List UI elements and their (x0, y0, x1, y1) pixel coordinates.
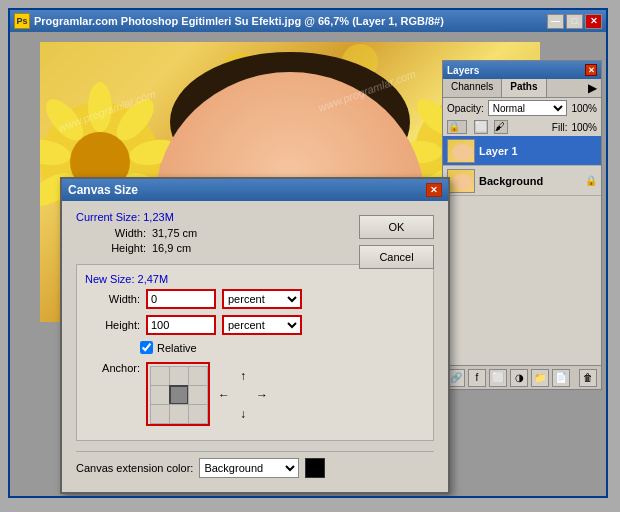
anchor-cell-bc[interactable] (169, 404, 189, 424)
new-height-label: Height: (85, 319, 140, 331)
lock-icon: 🔒 (447, 120, 467, 134)
ps-title: Programlar.com Photoshop Egitimleri Su E… (34, 15, 547, 27)
anchor-arrows: ↑ ← → ↓ (214, 366, 270, 422)
ps-window-controls: — □ ✕ (547, 14, 602, 29)
layers-bottom-toolbar: 🔗 f ⬜ ◑ 📁 📄 🗑 (443, 365, 601, 389)
layers-panel: Layers ✕ Channels Paths ▶ Opacity: Norma… (442, 60, 602, 390)
layer-name-background: Background (479, 175, 543, 187)
anchor-section: Anchor: (85, 362, 425, 426)
layers-panel-titlebar: Layers ✕ (443, 61, 601, 79)
new-size-label: New Size: 2,47M (85, 273, 425, 285)
arrow-tl (214, 366, 234, 386)
layers-tabs: Channels Paths ▶ (443, 79, 601, 98)
fill-label: Fill: (552, 122, 568, 133)
background-lock-icon: 🔒 (585, 175, 597, 186)
anchor-cell-tr[interactable] (188, 366, 208, 386)
new-height-unit-select[interactable]: percent pixels cm mm inches (222, 315, 302, 335)
dialog-action-buttons: OK Cancel (359, 215, 434, 269)
current-height-label: Height: (96, 242, 146, 254)
arrow-bc: ↓ (233, 404, 253, 424)
svg-point-48 (452, 174, 472, 190)
canvas-dialog-body: OK Cancel Current Size: 1,23M Width: 31,… (62, 201, 448, 492)
ok-button[interactable]: OK (359, 215, 434, 239)
canvas-dialog-title: Canvas Size (68, 183, 138, 197)
anchor-cell-br[interactable] (188, 404, 208, 424)
relative-checkbox[interactable] (140, 341, 153, 354)
new-layer-btn[interactable]: 📄 (552, 369, 570, 387)
new-group-btn[interactable]: 📁 (531, 369, 549, 387)
current-width-label: Width: (96, 227, 146, 239)
layers-panel-title: Layers (447, 65, 479, 76)
layer-blend-select[interactable]: Normal (488, 100, 568, 116)
current-width-value: 31,75 cm (152, 227, 197, 239)
layer-mask-btn[interactable]: ⬜ (489, 369, 507, 387)
new-width-label: Width: (85, 293, 140, 305)
opacity-label: Opacity: (447, 103, 484, 114)
layers-options-btn[interactable]: ▶ (584, 79, 601, 97)
tab-paths[interactable]: Paths (502, 79, 546, 97)
anchor-cell-mr[interactable] (188, 385, 208, 405)
arrow-tc: ↑ (233, 366, 253, 386)
fill-value: 100% (571, 122, 597, 133)
ps-titlebar: Ps Programlar.com Photoshop Egitimleri S… (10, 10, 606, 32)
anchor-cell-bl[interactable] (150, 404, 170, 424)
maximize-button[interactable]: □ (566, 14, 583, 29)
arrow-mr: → (252, 385, 272, 405)
ps-app-icon: Ps (14, 13, 30, 29)
anchor-cell-tc[interactable] (169, 366, 189, 386)
arrow-br (252, 404, 272, 424)
canvas-area: www.programlar.com www.programlar.com ww… (10, 32, 606, 496)
transparency-icon: ⬜ (474, 120, 488, 134)
canvas-ext-color-swatch[interactable] (305, 458, 325, 478)
minimize-button[interactable]: — (547, 14, 564, 29)
new-height-input[interactable] (146, 315, 216, 335)
opacity-value: 100% (571, 103, 597, 114)
canvas-size-dialog: Canvas Size ✕ OK Cancel Current Size: 1,… (60, 177, 450, 494)
close-button[interactable]: ✕ (585, 14, 602, 29)
svg-point-47 (452, 144, 472, 160)
anchor-label: Anchor: (85, 362, 140, 374)
layer-thumb-background (447, 169, 475, 193)
layers-panel-close-button[interactable]: ✕ (585, 64, 597, 76)
new-size-section: New Size: 2,47M Width: percent pixels cm… (76, 264, 434, 441)
anchor-cell-center[interactable] (169, 385, 189, 405)
anchor-cell-ml[interactable] (150, 385, 170, 405)
adjustment-layer-btn[interactable]: ◑ (510, 369, 528, 387)
new-height-row: Height: percent pixels cm mm inches (85, 315, 425, 335)
tab-channels[interactable]: Channels (443, 79, 502, 97)
anchor-cell-tl[interactable] (150, 366, 170, 386)
canvas-ext-select[interactable]: Background Foreground White Black Gray O… (199, 458, 299, 478)
delete-layer-btn[interactable]: 🗑 (579, 369, 597, 387)
layers-opacity-row: Opacity: Normal 100% (443, 98, 601, 118)
new-width-row: Width: percent pixels cm mm inches (85, 289, 425, 309)
current-height-value: 16,9 cm (152, 242, 191, 254)
canvas-extension-row: Canvas extension color: Background Foreg… (76, 451, 434, 482)
layer-name-layer1: Layer 1 (479, 145, 518, 157)
canvas-dialog-titlebar: Canvas Size ✕ (62, 179, 448, 201)
layer-item-background[interactable]: Background 🔒 (443, 166, 601, 196)
layer-item-layer1[interactable]: Layer 1 (443, 136, 601, 166)
layer-thumb-layer1 (447, 139, 475, 163)
paint-icon: 🖌 (494, 120, 508, 134)
arrow-tr (252, 366, 272, 386)
canvas-ext-label: Canvas extension color: (76, 462, 193, 474)
photoshop-window: Ps Programlar.com Photoshop Egitimleri S… (8, 8, 608, 498)
layer-style-btn[interactable]: f (468, 369, 486, 387)
relative-row: Relative (140, 341, 425, 354)
arrow-bl (214, 404, 234, 424)
anchor-grid (146, 362, 210, 426)
arrow-center (233, 385, 253, 405)
new-width-unit-select[interactable]: percent pixels cm mm inches (222, 289, 302, 309)
cancel-button[interactable]: Cancel (359, 245, 434, 269)
relative-label[interactable]: Relative (157, 342, 197, 354)
new-width-input[interactable] (146, 289, 216, 309)
anchor-control: ↑ ← → ↓ (146, 362, 270, 426)
arrow-ml: ← (214, 385, 234, 405)
canvas-dialog-close-btn[interactable]: ✕ (426, 183, 442, 197)
layers-fill-row: 🔒 ⬜ 🖌 Fill: 100% (443, 118, 601, 136)
